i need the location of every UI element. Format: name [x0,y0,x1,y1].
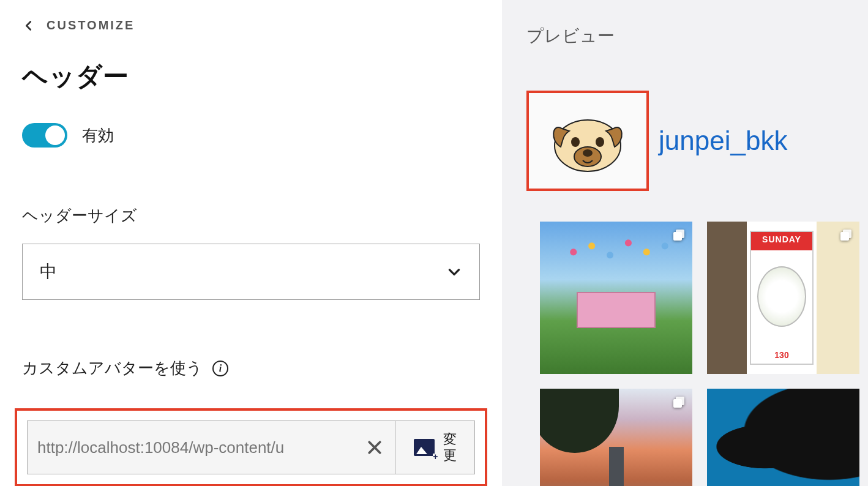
carousel-icon [672,395,686,409]
avatar-highlight [526,91,649,191]
clear-url-button[interactable] [364,437,385,458]
feed-thumbnail[interactable] [707,389,859,486]
feed-thumbnail[interactable] [540,389,692,486]
avatar-image [545,104,630,178]
breadcrumb-label[interactable]: CUSTOMIZE [47,18,135,32]
settings-panel: CUSTOMIZE ヘッダー 有効 ヘッダーサイズ 中 カスタムアバターを使う … [0,0,502,486]
custom-avatar-section: カスタムアバターを使う i [0,331,502,408]
svg-rect-8 [676,230,684,238]
svg-point-6 [583,149,593,157]
thumb-banner-price: 130 [751,350,813,360]
header-size-label: ヘッダーサイズ [22,205,480,226]
enable-toggle-row: 有効 [0,111,502,178]
info-icon[interactable]: i [212,361,228,376]
avatar-url-highlight: http://localhost:10084/wp-content/u 変 更 [15,408,487,486]
custom-avatar-label-text: カスタムアバターを使う [22,357,203,379]
svg-rect-12 [676,397,684,405]
avatar-url-text: http://localhost:10084/wp-content/u [37,438,284,457]
enable-toggle-label: 有効 [82,125,114,146]
page-title: ヘッダー [0,32,502,111]
header-size-section: ヘッダーサイズ 中 [0,178,502,331]
toggle-knob [45,125,65,145]
enable-toggle[interactable] [22,123,67,148]
change-button-label: 変 更 [443,432,457,464]
profile-username-link[interactable]: junpei_bkk [659,125,787,156]
avatar-url-input[interactable]: http://localhost:10084/wp-content/u [27,421,395,474]
preview-label: プレビュー [526,24,859,48]
svg-rect-10 [843,230,851,238]
preview-panel: プレビュー junpei_bkk SUN [502,0,868,486]
breadcrumb: CUSTOMIZE [0,0,502,32]
svg-point-5 [596,137,604,147]
carousel-icon [672,228,686,242]
carousel-icon [839,228,853,242]
back-icon[interactable] [22,19,36,32]
feed-thumbnail[interactable]: SUNDAY 130 [707,222,859,374]
image-icon [414,439,435,456]
header-size-select[interactable]: 中 [22,244,480,300]
feed-grid: SUNDAY 130 [540,222,859,486]
header-size-value: 中 [40,260,57,283]
thumb-banner-title: SUNDAY [751,234,813,244]
custom-avatar-label: カスタムアバターを使う i [22,357,480,379]
svg-point-4 [571,137,580,147]
profile-header: junpei_bkk [526,91,859,191]
chevron-down-icon [446,264,462,280]
feed-thumbnail[interactable] [540,222,692,374]
change-avatar-button[interactable]: 変 更 [395,421,475,474]
